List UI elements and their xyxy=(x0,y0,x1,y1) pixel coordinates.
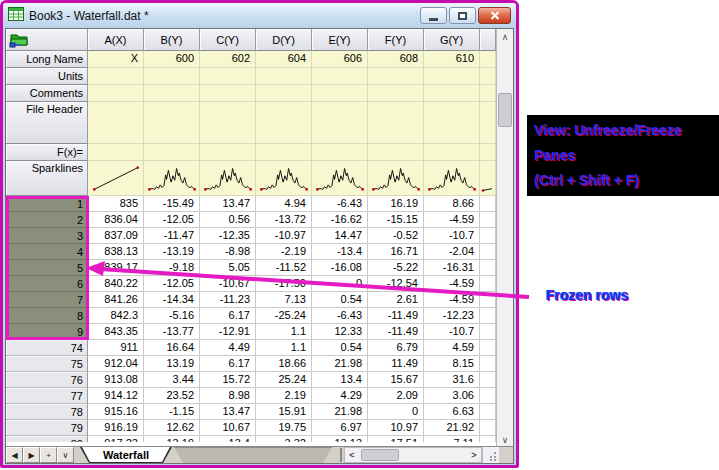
cell[interactable]: -11.49 xyxy=(368,308,424,324)
column-header[interactable]: G(Y) xyxy=(424,29,480,51)
row-header[interactable]: 76 xyxy=(6,372,88,388)
header-row-cell[interactable] xyxy=(256,144,312,161)
header-row-label[interactable]: File Header xyxy=(6,102,88,144)
header-row-cell[interactable] xyxy=(368,85,424,102)
row-header[interactable]: 8 xyxy=(6,308,88,324)
header-row-cell[interactable] xyxy=(424,102,480,144)
column-header[interactable]: B(Y) xyxy=(144,29,200,51)
row-header[interactable]: 75 xyxy=(6,356,88,372)
header-row-cell[interactable]: X xyxy=(88,51,144,68)
cell[interactable]: -5.22 xyxy=(368,260,424,276)
cell[interactable]: 3.32 xyxy=(256,436,312,442)
cell[interactable]: 13.47 xyxy=(200,196,256,212)
cell[interactable]: 6.17 xyxy=(200,356,256,372)
cell[interactable]: 14.47 xyxy=(312,228,368,244)
vertical-scrollbar[interactable]: ∧ ∨ xyxy=(496,29,513,448)
header-row-cell[interactable] xyxy=(144,102,200,144)
header-row-cell[interactable] xyxy=(312,144,368,161)
cell[interactable]: -0.52 xyxy=(368,228,424,244)
cell[interactable]: -11.49 xyxy=(368,324,424,340)
cell[interactable]: -12.05 xyxy=(144,212,200,228)
column-header[interactable]: E(Y) xyxy=(312,29,368,51)
cell[interactable]: 16.19 xyxy=(368,196,424,212)
cell[interactable]: 3.06 xyxy=(424,388,480,404)
cell[interactable]: -11.52 xyxy=(256,260,312,276)
cell[interactable]: 6.63 xyxy=(424,404,480,420)
header-row-label[interactable]: Units xyxy=(6,68,88,85)
header-row-label[interactable]: Long Name xyxy=(6,51,88,68)
cell[interactable]: 3.44 xyxy=(144,372,200,388)
cell[interactable]: -8.98 xyxy=(200,244,256,260)
cell[interactable]: 915.16 xyxy=(88,404,144,420)
header-row-label[interactable]: F(x)= xyxy=(6,144,88,161)
corner-selector-cell[interactable] xyxy=(6,29,88,51)
sparkline-cell[interactable] xyxy=(424,161,480,196)
cell[interactable]: 10.97 xyxy=(368,420,424,436)
cell[interactable]: 6.97 xyxy=(312,420,368,436)
header-row-cell[interactable] xyxy=(200,144,256,161)
cell[interactable]: 1.1 xyxy=(256,324,312,340)
horizontal-scroll-track[interactable] xyxy=(359,448,467,462)
header-row-cell[interactable] xyxy=(256,68,312,85)
cell[interactable]: 13.47 xyxy=(200,404,256,420)
horizontal-scrollbar[interactable]: < > xyxy=(344,447,482,463)
cell[interactable]: 12.62 xyxy=(144,420,200,436)
scroll-left-icon[interactable]: < xyxy=(345,448,359,462)
cell[interactable]: 12.33 xyxy=(312,324,368,340)
cell[interactable]: 0 xyxy=(312,276,368,292)
cell[interactable]: 17.51 xyxy=(368,436,424,442)
cell[interactable]: -10.7 xyxy=(424,228,480,244)
header-row-cell[interactable] xyxy=(368,68,424,85)
cell[interactable]: 0 xyxy=(368,404,424,420)
column-header[interactable]: D(Y) xyxy=(256,29,312,51)
row-header[interactable]: 74 xyxy=(6,340,88,356)
header-row-cell[interactable] xyxy=(88,68,144,85)
header-row-cell[interactable] xyxy=(368,144,424,161)
cell[interactable]: -25.24 xyxy=(256,308,312,324)
add-sheet-icon[interactable]: + xyxy=(40,447,57,463)
cell[interactable]: 6.17 xyxy=(200,308,256,324)
row-header[interactable]: 77 xyxy=(6,388,88,404)
scroll-right-icon[interactable]: > xyxy=(467,448,481,462)
cell[interactable]: 840.22 xyxy=(88,276,144,292)
cell[interactable]: 15.72 xyxy=(200,372,256,388)
cell[interactable]: 839.17 xyxy=(88,260,144,276)
cell[interactable]: 4.94 xyxy=(256,196,312,212)
sparkline-cell[interactable] xyxy=(144,161,200,196)
cell[interactable]: -15.15 xyxy=(368,212,424,228)
cell[interactable]: -10.7 xyxy=(424,324,480,340)
cell[interactable]: 19.75 xyxy=(256,420,312,436)
header-row-cell[interactable] xyxy=(256,85,312,102)
row-header[interactable]: 6 xyxy=(6,276,88,292)
header-row-cell[interactable] xyxy=(368,102,424,144)
cell[interactable]: 841.26 xyxy=(88,292,144,308)
cell[interactable]: -13.19 xyxy=(144,244,200,260)
header-row-cell[interactable] xyxy=(200,85,256,102)
cell[interactable]: 13.13 xyxy=(312,436,368,442)
cell[interactable]: 5.05 xyxy=(200,260,256,276)
header-row-cell[interactable] xyxy=(424,68,480,85)
restore-button[interactable] xyxy=(449,7,476,24)
cell[interactable]: -13.77 xyxy=(144,324,200,340)
cell[interactable]: 914.12 xyxy=(88,388,144,404)
header-row-cell[interactable] xyxy=(256,102,312,144)
sparkline-cell[interactable] xyxy=(312,161,368,196)
header-row-label[interactable]: Comments xyxy=(6,85,88,102)
cell[interactable]: -4.59 xyxy=(424,292,480,308)
row-header[interactable]: 80 xyxy=(6,436,88,442)
header-row-cell[interactable]: 606 xyxy=(312,51,368,68)
cell[interactable]: 836.04 xyxy=(88,212,144,228)
header-row-cell[interactable] xyxy=(424,85,480,102)
cell[interactable]: 13.19 xyxy=(144,436,200,442)
header-row-cell[interactable]: 608 xyxy=(368,51,424,68)
cell[interactable]: 8.98 xyxy=(200,388,256,404)
header-row-cell[interactable] xyxy=(424,144,480,161)
minimize-button[interactable] xyxy=(420,7,447,24)
header-row-cell[interactable] xyxy=(200,102,256,144)
sparkline-cell[interactable] xyxy=(368,161,424,196)
horizontal-scroll-thumb[interactable] xyxy=(361,449,399,461)
cell[interactable]: -16.62 xyxy=(312,212,368,228)
cell[interactable]: -16.31 xyxy=(424,260,480,276)
cell[interactable]: -1.15 xyxy=(144,404,200,420)
row-header[interactable]: 5 xyxy=(6,260,88,276)
